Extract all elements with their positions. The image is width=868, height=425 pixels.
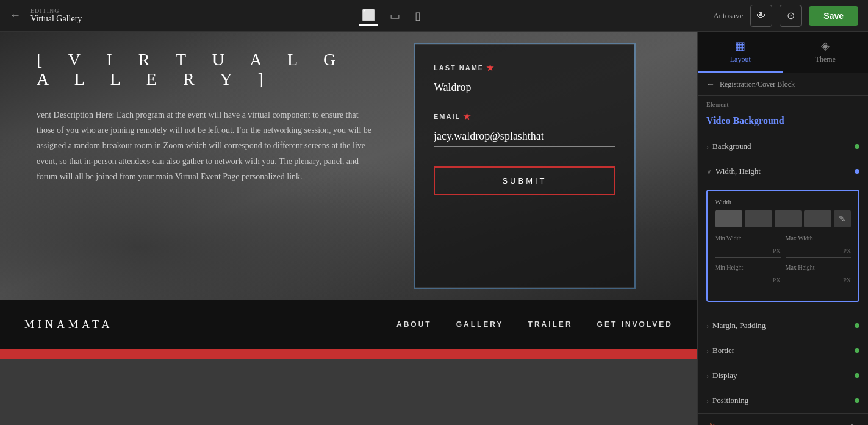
- last-name-label: LAST NAME ★: [434, 63, 615, 73]
- mobile-view-btn[interactable]: ▯: [412, 6, 423, 26]
- autosave-label[interactable]: Autosave: [701, 11, 743, 21]
- hero-title: [ V I R T U A L G A L L E R Y ]: [37, 50, 378, 89]
- width-btn-custom[interactable]: ✎: [834, 210, 851, 227]
- min-height-field: Min Height PX: [715, 264, 781, 287]
- element-label: Element: [698, 96, 868, 110]
- chevron-down-icon: ∨: [706, 167, 712, 176]
- copy-icon-btn[interactable]: ⧉: [733, 421, 745, 426]
- width-section: Width ✎ Min Width PX: [706, 190, 859, 302]
- accordion-dot-display: [855, 373, 859, 378]
- min-height-label: Min Height: [715, 264, 781, 271]
- accordion-dot: [855, 144, 859, 149]
- accordion-display-header[interactable]: › Display: [698, 363, 868, 388]
- registration-panel: LAST NAME ★ EMAIL ★ SUBMIT: [415, 44, 634, 288]
- panel-bottom-actions: 🔖 ⧉ 👁 🗑: [698, 413, 868, 425]
- chevron-right-icon: ›: [706, 142, 709, 151]
- max-width-label: Max Width: [786, 235, 852, 241]
- width-btn-4[interactable]: [804, 210, 831, 227]
- bookmark-icon-btn[interactable]: 🔖: [706, 420, 723, 425]
- accordion-dot-positioning: [855, 398, 859, 403]
- red-bar: [0, 349, 697, 359]
- email-input[interactable]: [434, 126, 615, 147]
- hero-description: vent Description Here: Each program at t…: [37, 107, 378, 184]
- desktop-view-btn[interactable]: ⬜: [359, 6, 378, 26]
- max-height-input[interactable]: [786, 273, 844, 287]
- max-width-unit: PX: [843, 248, 851, 254]
- accordion-dot-border: [855, 348, 859, 353]
- accordion-margin-padding: › Margin, Padding: [698, 313, 868, 338]
- accordion-positioning-header[interactable]: › Positioning: [698, 388, 868, 413]
- accordion-positioning: › Positioning: [698, 388, 868, 413]
- width-height-content: Width ✎ Min Width PX: [698, 184, 868, 313]
- accordion-width-height: ∨ Width, Height Width ✎: [698, 159, 868, 313]
- editing-info: EDITING Virtual Gallery: [30, 7, 82, 24]
- page-title: Virtual Gallery: [30, 14, 82, 24]
- tab-layout[interactable]: ▦ Layout: [698, 32, 783, 73]
- email-label: EMAIL ★: [434, 112, 615, 121]
- tab-theme[interactable]: ◈ Theme: [783, 32, 869, 73]
- breadcrumb-arrow-icon: ←: [706, 79, 715, 89]
- hero-section: [ V I R T U A L G A L L E R Y ] vent Des…: [0, 32, 697, 300]
- accordion-display: › Display: [698, 363, 868, 388]
- nav-get-involved[interactable]: GET INVOLVED: [597, 320, 673, 329]
- max-width-input[interactable]: [786, 244, 844, 257]
- required-star-email: ★: [463, 112, 472, 121]
- autosave-checkbox[interactable]: [701, 12, 709, 20]
- min-max-width-row: Min Width PX Max Width PX: [715, 235, 851, 258]
- hero-left: [ V I R T U A L G A L L E R Y ] vent Des…: [0, 32, 415, 300]
- accordion-dot-blue: [855, 169, 859, 174]
- delete-icon-btn[interactable]: 🗑: [845, 421, 859, 426]
- accordion-border-header[interactable]: › Border: [698, 338, 868, 363]
- layout-icon: ▦: [735, 39, 745, 52]
- required-star: ★: [486, 63, 495, 73]
- nav-gallery[interactable]: GALLERY: [456, 320, 504, 329]
- submit-button[interactable]: SUBMIT: [434, 166, 615, 195]
- min-height-input[interactable]: [715, 273, 773, 287]
- editing-label: EDITING: [30, 7, 82, 14]
- toolbar-right: Autosave 👁 ⊙ Save: [701, 5, 858, 27]
- width-btn-2[interactable]: [745, 210, 772, 227]
- last-name-field: LAST NAME ★: [434, 63, 615, 98]
- min-width-label: Min Width: [715, 235, 781, 241]
- toolbar: ← EDITING Virtual Gallery ⬜ ▭ ▯ Autosave…: [0, 0, 868, 32]
- accordion-width-height-header[interactable]: ∨ Width, Height: [698, 159, 868, 184]
- right-panel: ▦ Layout ◈ Theme ← Registration/Cover Bl…: [697, 32, 868, 425]
- theme-icon: ◈: [821, 39, 830, 52]
- save-button[interactable]: Save: [809, 6, 858, 26]
- chevron-right-icon-margin: ›: [706, 321, 709, 330]
- max-height-field: Max Height PX: [786, 264, 852, 287]
- nav-about[interactable]: ABOUT: [396, 320, 432, 329]
- accordion-background: › Background: [698, 134, 868, 159]
- accordion-margin-padding-header[interactable]: › Margin, Padding: [698, 313, 868, 338]
- footer-logo: MINAMATA: [24, 318, 113, 331]
- width-label: Width: [715, 198, 851, 205]
- chevron-right-icon-display: ›: [706, 371, 709, 380]
- collab-btn[interactable]: ⊙: [780, 5, 802, 27]
- email-field: EMAIL ★: [434, 112, 615, 147]
- min-max-height-row: Min Height PX Max Height PX: [715, 264, 851, 287]
- breadcrumb[interactable]: ← Registration/Cover Block: [698, 73, 868, 96]
- max-width-field: Max Width PX: [786, 235, 852, 258]
- min-height-unit: PX: [773, 277, 781, 284]
- min-width-unit: PX: [773, 248, 781, 254]
- min-width-input[interactable]: [715, 244, 773, 257]
- view-switcher: ⬜ ▭ ▯: [89, 6, 694, 26]
- visibility-icon-btn[interactable]: 👁: [755, 421, 769, 426]
- width-btn-1[interactable]: [715, 210, 742, 227]
- panel-tabs: ▦ Layout ◈ Theme: [698, 32, 868, 73]
- accordion-dot-margin: [855, 323, 859, 328]
- back-arrow-icon[interactable]: ←: [10, 9, 21, 22]
- min-width-field: Min Width PX: [715, 235, 781, 258]
- tablet-view-btn[interactable]: ▭: [387, 6, 403, 26]
- footer-nav-links: ABOUT GALLERY TRAILER GET INVOLVED: [396, 320, 673, 329]
- preview-btn[interactable]: 👁: [750, 5, 772, 27]
- last-name-input[interactable]: [434, 77, 615, 98]
- chevron-right-icon-border: ›: [706, 346, 709, 355]
- panel-heading: Video Background: [698, 110, 868, 134]
- width-btn-3[interactable]: [775, 210, 802, 227]
- toolbar-left: ← EDITING Virtual Gallery: [10, 7, 82, 24]
- canvas-area: [ V I R T U A L G A L L E R Y ] vent Des…: [0, 32, 697, 425]
- footer-nav: MINAMATA ABOUT GALLERY TRAILER GET INVOL…: [0, 300, 697, 349]
- nav-trailer[interactable]: TRAILER: [528, 320, 573, 329]
- accordion-background-header[interactable]: › Background: [698, 134, 868, 159]
